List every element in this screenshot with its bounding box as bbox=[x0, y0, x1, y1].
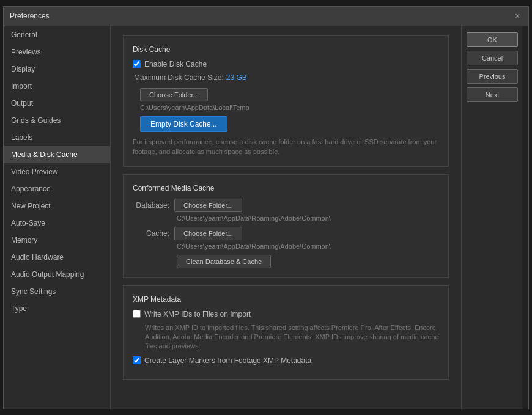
write-xmp-row: Write XMP IDs to Files on Import bbox=[133, 310, 439, 318]
xmp-section: XMP Metadata Write XMP IDs to Files on I… bbox=[123, 285, 449, 380]
sidebar-item-memory[interactable]: Memory bbox=[4, 232, 110, 249]
sidebar-item-video-preview[interactable]: Video Preview bbox=[4, 163, 110, 180]
database-row: Database: Choose Folder... bbox=[133, 199, 439, 212]
empty-disk-cache-button[interactable]: Empty Disk Cache... bbox=[140, 116, 227, 132]
xmp-title: XMP Metadata bbox=[133, 295, 439, 304]
xmp-description: Writes an XMP ID to imported files. This… bbox=[145, 323, 439, 351]
database-path: C:\Users\yearn\AppData\Roaming\Adobe\Com… bbox=[177, 215, 439, 222]
previous-button[interactable]: Previous bbox=[467, 69, 518, 84]
max-size-label: Maximum Disk Cache Size: bbox=[134, 73, 224, 82]
ok-button[interactable]: OK bbox=[467, 32, 518, 47]
dialog-title: Preferences bbox=[10, 12, 50, 20]
sidebar-item-grids---guides[interactable]: Grids & Guides bbox=[4, 112, 110, 129]
main-content: Disk Cache Enable Disk Cache Maximum Dis… bbox=[111, 26, 461, 409]
disk-cache-help: For improved performance, choose a disk … bbox=[133, 137, 439, 157]
write-xmp-checkbox[interactable] bbox=[133, 310, 141, 318]
conformed-media-title: Conformed Media Cache bbox=[133, 184, 439, 193]
sidebar-item-audio-output-mapping[interactable]: Audio Output Mapping bbox=[4, 266, 110, 283]
disk-cache-section: Disk Cache Enable Disk Cache Maximum Dis… bbox=[123, 35, 449, 167]
dialog-body: GeneralPreviewsDisplayImportOutputGrids … bbox=[4, 26, 528, 409]
sidebar-item-sync-settings[interactable]: Sync Settings bbox=[4, 283, 110, 300]
cancel-button[interactable]: Cancel bbox=[467, 51, 518, 65]
cache-path: C:\Users\yearn\AppData\Roaming\Adobe\Com… bbox=[177, 243, 439, 250]
buttons-panel: OK Cancel Previous Next bbox=[461, 26, 522, 409]
sidebar-item-previews[interactable]: Previews bbox=[4, 43, 110, 61]
enable-disk-cache-row: Enable Disk Cache bbox=[133, 60, 439, 68]
sidebar-item-media---disk-cache[interactable]: Media & Disk Cache bbox=[4, 146, 110, 163]
sidebar-item-labels[interactable]: Labels bbox=[4, 129, 110, 146]
cache-label: Cache: bbox=[133, 229, 169, 238]
close-button[interactable]: × bbox=[512, 11, 522, 21]
sidebar-item-appearance[interactable]: Appearance bbox=[4, 180, 110, 197]
right-edge bbox=[522, 26, 528, 409]
conformed-media-section: Conformed Media Cache Database: Choose F… bbox=[123, 174, 449, 278]
enable-disk-cache-checkbox[interactable] bbox=[133, 60, 141, 68]
max-size-value: 23 GB bbox=[226, 73, 247, 82]
choose-folder-button-disk[interactable]: Choose Folder... bbox=[140, 88, 208, 101]
disk-cache-title: Disk Cache bbox=[133, 45, 439, 54]
sidebar-item-type[interactable]: Type bbox=[4, 300, 110, 317]
title-bar: Preferences × bbox=[4, 7, 528, 26]
layer-markers-checkbox[interactable] bbox=[133, 356, 141, 364]
choose-folder-button-cache[interactable]: Choose Folder... bbox=[174, 227, 242, 240]
next-button[interactable]: Next bbox=[467, 87, 518, 102]
sidebar-item-output[interactable]: Output bbox=[4, 95, 110, 112]
sidebar-item-auto-save[interactable]: Auto-Save bbox=[4, 215, 110, 232]
enable-disk-cache-label: Enable Disk Cache bbox=[144, 60, 207, 68]
layer-markers-row: Create Layer Markers from Footage XMP Me… bbox=[133, 356, 439, 365]
disk-cache-path: C:\Users\yearn\AppData\Local\Temp bbox=[140, 104, 439, 111]
write-xmp-label: Write XMP IDs to Files on Import bbox=[144, 310, 251, 318]
sidebar-item-new-project[interactable]: New Project bbox=[4, 197, 110, 215]
cache-row: Cache: Choose Folder... bbox=[133, 227, 439, 240]
max-size-row: Maximum Disk Cache Size: 23 GB bbox=[134, 73, 439, 82]
preferences-dialog: Preferences × GeneralPreviewsDisplayImpo… bbox=[3, 6, 529, 409]
sidebar-item-import[interactable]: Import bbox=[4, 78, 110, 95]
sidebar-item-display[interactable]: Display bbox=[4, 61, 110, 78]
sidebar-item-audio-hardware[interactable]: Audio Hardware bbox=[4, 249, 110, 266]
clean-database-cache-button[interactable]: Clean Database & Cache bbox=[177, 255, 271, 268]
layer-markers-label: Create Layer Markers from Footage XMP Me… bbox=[144, 356, 311, 365]
choose-folder-button-database[interactable]: Choose Folder... bbox=[174, 199, 242, 212]
sidebar-item-general[interactable]: General bbox=[4, 26, 110, 43]
sidebar: GeneralPreviewsDisplayImportOutputGrids … bbox=[4, 26, 111, 409]
database-label: Database: bbox=[133, 201, 169, 210]
